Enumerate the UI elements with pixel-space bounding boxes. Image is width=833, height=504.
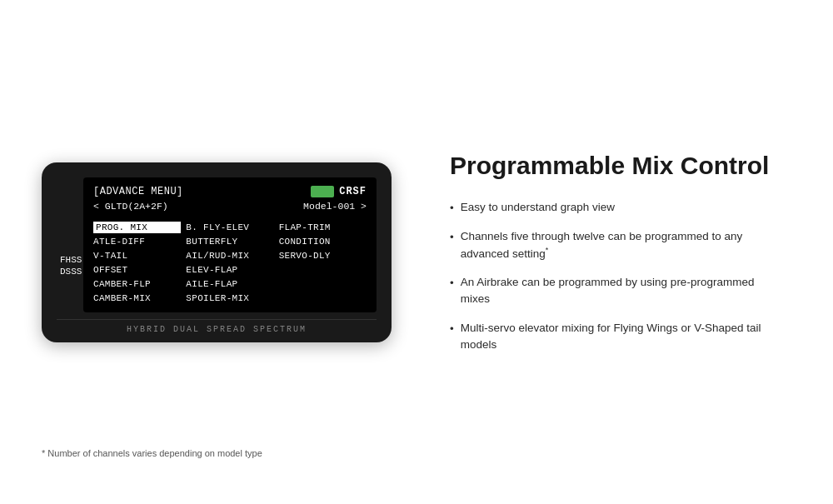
menu-item-v-tail[interactable]: V-TAIL xyxy=(93,250,181,262)
screen-subheader: < GLTD(2A+2F) Model-001 > xyxy=(93,201,367,215)
bullet-dot-2: • xyxy=(450,229,454,246)
menu-item-elev-flap[interactable]: ELEV-FLAP xyxy=(186,264,273,276)
menu-item-camber-mix[interactable]: CAMBER-MIX xyxy=(93,292,181,304)
main-container: FHSS DSSS [ADVANCE MENU] CRSF < GLTD(2A+… xyxy=(0,151,833,353)
bullet-dot-1: • xyxy=(450,200,454,217)
model-left: < GLTD(2A+2F) xyxy=(93,201,168,212)
bullet-list: • Easy to understand graph view • Channe… xyxy=(450,199,791,353)
bullet-item-2: • Channels five through twelve can be pr… xyxy=(450,228,791,262)
menu-item-camber-flp[interactable]: CAMBER-FLP xyxy=(93,278,181,290)
menu-item-spoiler-mix[interactable]: SPOILER-MIX xyxy=(186,292,273,304)
bullet-text-4: Multi-servo elevator mixing for Flying W… xyxy=(461,320,777,354)
menu-item-servo-dly[interactable]: SERVO-DLY xyxy=(279,250,367,262)
bullet-item-3: • An Airbrake can be programmed by using… xyxy=(450,274,791,308)
model-right: Model-001 > xyxy=(303,201,367,212)
content-section: Programmable Mix Control • Easy to under… xyxy=(441,151,791,353)
device-wrapper: FHSS DSSS [ADVANCE MENU] CRSF < GLTD(2A+… xyxy=(42,162,392,342)
dsss-label: DSSS xyxy=(60,267,82,277)
footnote: * Number of channels varies depending on… xyxy=(42,448,262,458)
bullet-text-3: An Airbrake can be programmed by using p… xyxy=(461,274,777,308)
menu-item-butterfly[interactable]: BUTTERFLY xyxy=(186,236,273,247)
menu-item-empty2 xyxy=(279,278,367,290)
menu-item-b-fly-elev[interactable]: B. FLY-ELEV xyxy=(186,222,273,233)
menu-item-condition[interactable]: CONDITION xyxy=(279,236,367,247)
menu-item-prog-mix[interactable]: PROG. MIX xyxy=(93,222,181,233)
bullet-item-1: • Easy to understand graph view xyxy=(450,199,791,217)
fhss-label: FHSS xyxy=(60,255,82,265)
menu-item-offset[interactable]: OFFSET xyxy=(93,264,181,276)
menu-item-empty1 xyxy=(279,264,367,276)
bullet-dot-3: • xyxy=(450,275,454,292)
bullet-item-4: • Multi-servo elevator mixing for Flying… xyxy=(450,320,791,354)
fhss-dsss-badge: FHSS DSSS xyxy=(60,254,82,278)
screen-header: [ADVANCE MENU] CRSF xyxy=(93,186,367,197)
bullet-text-2: Channels five through twelve can be prog… xyxy=(461,228,777,262)
battery-indicator xyxy=(311,186,334,197)
menu-item-empty3 xyxy=(279,292,367,304)
advance-menu-title: [ADVANCE MENU] xyxy=(93,186,183,197)
menu-grid: PROG. MIX B. FLY-ELEV FLAP-TRIM ATLE-DIF… xyxy=(93,222,367,304)
menu-item-atle-diff[interactable]: ATLE-DIFF xyxy=(93,236,181,247)
section-title: Programmable Mix Control xyxy=(450,151,791,181)
bullet-text-1: Easy to understand graph view xyxy=(461,199,615,216)
crsf-label: CRSF xyxy=(339,186,367,197)
device: FHSS DSSS [ADVANCE MENU] CRSF < GLTD(2A+… xyxy=(42,162,392,342)
bullet-dot-4: • xyxy=(450,321,454,337)
menu-item-aile-flap[interactable]: AILE-FLAP xyxy=(186,278,273,290)
menu-item-ail-rud-mix[interactable]: AIL/RUD-MIX xyxy=(186,250,273,262)
menu-item-flap-trim[interactable]: FLAP-TRIM xyxy=(279,222,367,233)
device-footer: HYBRID DUAL SPREAD SPECTRUM xyxy=(57,319,377,334)
screen: [ADVANCE MENU] CRSF < GLTD(2A+2F) Model-… xyxy=(83,177,377,312)
